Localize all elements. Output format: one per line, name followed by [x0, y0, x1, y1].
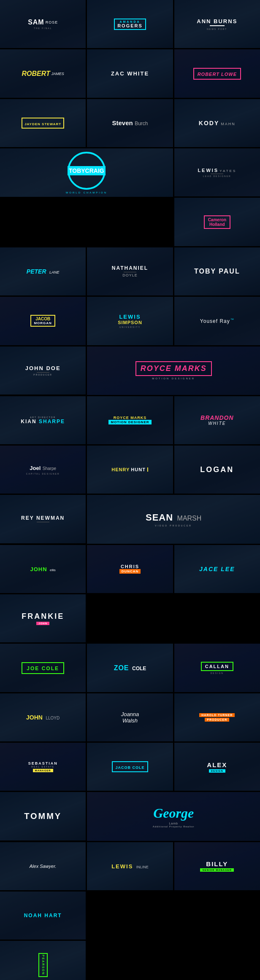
- cell-amanda-rogers: AMANDA ROGERS: [87, 0, 173, 48]
- subtitle: NEWS PORT: [207, 28, 227, 30]
- name-box: JACOB COLE: [112, 761, 148, 772]
- cell-content: Joanna Walsh: [119, 709, 142, 726]
- cell-jayden-stewart: JAYDEN STEWART: [0, 99, 86, 147]
- cell-content: JACOB COLE: [109, 759, 150, 775]
- name-first: AMANDA: [117, 20, 143, 23]
- cell-toby-craig: TOBYCRAIG WORLD CHAMPION: [0, 148, 173, 197]
- name-full: BILLY: [206, 860, 228, 867]
- cell-content: JACOB MORGAN: [28, 312, 57, 329]
- name-first: NATHANIEL: [112, 265, 148, 271]
- cell-content: Joel Sharpe CAPITAL DESIGNER: [24, 462, 62, 478]
- cell-billy-manager: BILLY SENIOR MANAGER: [174, 842, 260, 890]
- cell-zoe-cole: ZOE COLE: [87, 644, 173, 692]
- cell-content: HENRY HUNT I: [109, 464, 151, 475]
- cell-royce-marks-wide: ROYCE MARKS MOTION DESIGNER: [87, 346, 260, 395]
- cell-content: Cameron Holland: [201, 213, 233, 231]
- subtitle-bar: JOHN: [36, 622, 49, 625]
- cell-joe-cole: JOE COLE: [0, 644, 86, 692]
- cell-logan: LOGAN: [174, 446, 260, 494]
- cell-content: Yousef Ray™: [198, 315, 237, 327]
- cell-henry-hunt: HENRY HUNT I: [87, 446, 173, 494]
- cell-content: ROBERT LOWE: [191, 65, 244, 82]
- name-full: JOHN DOE: [25, 365, 61, 371]
- name-first: SEAN: [146, 512, 173, 523]
- cell-content: REY NEWMAN: [19, 513, 67, 526]
- name-full: REY NEWMAN: [21, 515, 65, 521]
- cell-content: JOHN ellis: [27, 563, 58, 575]
- cell-content: SEAN MARSH VIDEO PRODUCER: [143, 510, 204, 529]
- name-first: HENRY: [111, 467, 130, 472]
- name-first: JOHN: [30, 566, 47, 572]
- cell-chris-duncan: CHRIS DUNCAN: [87, 545, 173, 593]
- name-full: ALEX: [207, 761, 227, 768]
- name-box: ROBERT LOWE: [193, 68, 241, 80]
- subtitle: DESIGN: [211, 672, 224, 674]
- cell-content: ROBERT JAMES: [19, 67, 67, 80]
- name-last: Walsh: [122, 717, 138, 724]
- cell-content: ALEX DESIGN: [204, 759, 230, 775]
- name-first: LEWIS: [111, 863, 133, 870]
- cell-jacob-cole: JACOB COLE: [87, 743, 173, 791]
- cell-robert-lowe: ROBERT LOWE: [174, 49, 260, 97]
- name-last: LANE: [49, 270, 60, 274]
- name-last: COLE: [132, 666, 146, 671]
- cell-content: HAROLD TURNER PRODUCER: [197, 711, 237, 724]
- name-first: Steven: [112, 119, 133, 126]
- subtitle-bar: DESIGN: [209, 769, 225, 773]
- cell-zac-white: ZAC WHITE: [87, 49, 173, 97]
- cell-content: ZOE COLE: [111, 662, 149, 674]
- cell-nathaniel-doyle: NATHANIEL DOYLE: [87, 247, 173, 295]
- cell-content: PEARSON: [36, 950, 50, 980]
- cell-alex-sawyer: Alex Sawyer.: [0, 842, 86, 890]
- name-first: Cameron: [208, 217, 226, 222]
- name-box: CALLAN: [201, 662, 233, 671]
- name-last: Burch: [135, 121, 148, 126]
- cell-content: LEWISYATES LEAD DESIGNER: [195, 165, 239, 180]
- cell-george-lamb: George LambAdditional Property Realtor: [87, 792, 260, 840]
- name-full: KIAN SHARPE: [21, 419, 65, 424]
- cell-pearson: PEARSON: [0, 941, 86, 980]
- cell-content: LOGAN: [198, 463, 236, 477]
- cell-brandon-white: BRANDON WHITE: [174, 396, 260, 444]
- name-full: JACOB COLE: [115, 765, 144, 770]
- name-full: JOE COLE: [27, 666, 59, 671]
- name-last: JAMES: [51, 72, 64, 76]
- name-full: ROYCE MARKS: [114, 416, 147, 420]
- name-full: CALLAN: [205, 664, 229, 669]
- cell-content: AMANDA ROGERS: [111, 16, 149, 32]
- name-full: George: [153, 805, 194, 821]
- name-last: INLINE: [136, 865, 149, 869]
- cell-sebastian-manager: SEBASTIAN REAL ESTATE MANAGER: [0, 743, 86, 791]
- name-last: Sharpe: [43, 466, 56, 471]
- name-box: JOE COLE: [22, 662, 64, 674]
- cell-joel-sharpe: Joel Sharpe CAPITAL DESIGNER: [0, 446, 86, 494]
- name-first: Joel: [30, 465, 41, 471]
- name-full: NOAH HART: [24, 913, 62, 918]
- cell-harold-producer: HAROLD TURNER PRODUCER: [174, 693, 260, 741]
- cell-content: Alex Sawyer.: [27, 861, 59, 871]
- name-last: HUNT: [131, 467, 146, 472]
- name-last: MARSH: [177, 515, 202, 522]
- cell-content: PETER LANE: [24, 265, 62, 278]
- divider: [124, 272, 136, 272]
- cell-content: Steven Burch: [109, 117, 150, 129]
- main-grid: SAM ROSE THE FINAL AMANDA ROGERS ANN BUR…: [0, 0, 260, 980]
- name-full: Alex Sawyer.: [30, 864, 57, 869]
- name-last: WHITE: [208, 421, 226, 426]
- divider: [37, 372, 49, 373]
- subtitle: LEAD DESIGNER: [203, 175, 231, 177]
- cell-content: SAM ROSE THE FINAL: [25, 16, 60, 32]
- role-bar: MANAGER: [33, 769, 53, 772]
- cell-content: JACE LEE: [197, 563, 237, 575]
- name-first: LEWIS: [119, 314, 141, 320]
- name-first: ZOE: [114, 664, 129, 671]
- cell-content: TOMMY: [22, 809, 64, 824]
- name-first: LEWISYATES: [198, 168, 236, 173]
- subtitle-bar: SENIOR MANAGER: [200, 868, 234, 872]
- name-full: FRANKIE: [22, 612, 64, 621]
- cell-tommy: TOMMY: [0, 792, 86, 840]
- subtitle: WORLD CHAMPION: [66, 191, 107, 194]
- name-last: LLOYD: [46, 716, 60, 720]
- name-full: PEARSON: [42, 955, 45, 975]
- cell-content: NATHANIEL DOYLE: [109, 263, 151, 280]
